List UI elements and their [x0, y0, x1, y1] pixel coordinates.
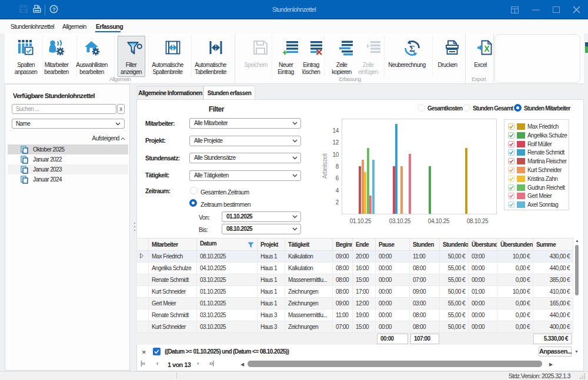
svg-text:?: ? [52, 6, 55, 12]
svg-text:Σ: Σ [409, 44, 415, 53]
svg-text:X: X [484, 44, 490, 53]
